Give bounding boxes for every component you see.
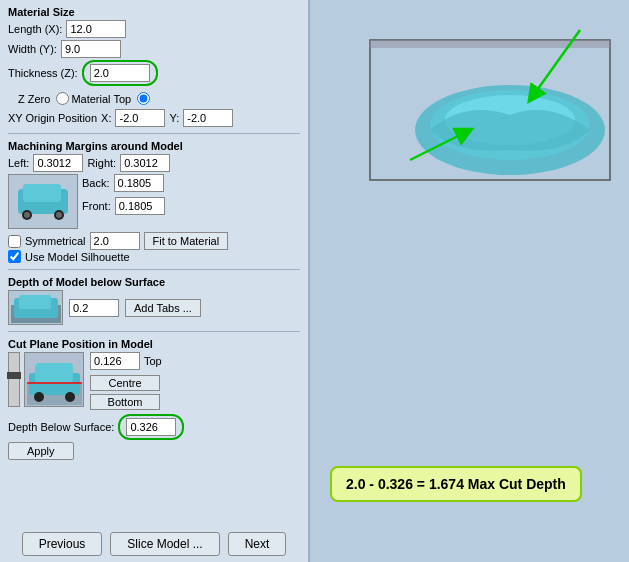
back-margin-label: Back: [82,177,110,189]
svg-rect-8 [19,295,51,309]
machining-margins-section: Machining Margins around Model Left: Rig… [8,140,300,263]
symmetrical-row: Symmetrical Fit to Material [8,232,300,250]
car-top-preview [8,174,78,229]
silhouette-row: Use Model Silhouette [8,250,300,263]
divider1 [8,133,300,134]
depth-below-highlight [118,414,184,440]
cut-position-inner [8,352,84,407]
cut-plane-row: Top Centre Bottom [8,352,300,410]
left-margin-label: Left: [8,157,29,169]
cut-position-label: Top [144,355,162,367]
svg-point-4 [24,212,30,218]
zzero-row: Z Zero Material Top [18,92,300,105]
width-label: Width (Y): [8,43,57,55]
xy-origin-row: XY Origin Position X: Y: [8,109,300,127]
add-tabs-button[interactable]: Add Tabs ... [125,299,201,317]
svg-rect-1 [23,184,61,202]
cut-controls: Top Centre Bottom [90,352,162,410]
length-label: Length (X): [8,23,62,35]
centre-button[interactable]: Centre [90,375,160,391]
x-label: X: [101,112,111,124]
margins-detail-section: Back: Front: [8,174,300,229]
previous-button[interactable]: Previous [22,532,103,556]
cut-value-input[interactable] [90,352,140,370]
symmetrical-input[interactable] [90,232,140,250]
slice-model-button[interactable]: Slice Model ... [110,532,219,556]
depth-below-surface-label: Depth Below Surface: [8,421,114,433]
apply-row: Apply [8,442,300,460]
depth-below-input[interactable] [126,418,176,436]
svg-rect-11 [35,363,73,383]
depth-model-input[interactable] [69,299,119,317]
depth-car-preview [8,290,63,325]
zzero-radio-material[interactable]: Material Top [56,92,131,105]
next-button[interactable]: Next [228,532,287,556]
length-input[interactable] [66,20,126,38]
front-margin-label: Front: [82,200,111,212]
svg-point-12 [34,392,44,402]
zzero-label: Z Zero [18,93,50,105]
margins-right-controls: Back: Front: [82,174,165,217]
zzero-radio-material-input[interactable] [56,92,69,105]
left-right-margins-row: Left: Right: [8,154,300,172]
thickness-row: Thickness (Z): [8,60,300,86]
fit-to-material-button[interactable]: Fit to Material [144,232,229,250]
use-model-silhouette-checkbox[interactable] [8,250,21,263]
svg-point-13 [65,392,75,402]
symmetrical-label: Symmetrical [25,235,86,247]
cut-value-row: Top [90,352,162,370]
depth-section-row: Add Tabs ... [8,290,300,325]
front-margin-row: Front: [82,197,165,215]
bottom-button[interactable]: Bottom [90,394,160,410]
thickness-label: Thickness (Z): [8,67,78,79]
zzero-radio-bed[interactable] [137,92,150,105]
depth-model-section: Depth of Model below Surface Add Tabs ..… [8,276,300,325]
x-input[interactable] [115,109,165,127]
cut-plane-slider-thumb [7,372,21,379]
result-text: 2.0 - 0.326 = 1.674 Max Cut Depth [346,476,566,492]
xy-origin-title: XY Origin Position [8,112,97,124]
result-box: 2.0 - 0.326 = 1.674 Max Cut Depth [330,466,582,502]
right-margin-input[interactable] [120,154,170,172]
depth-model-title: Depth of Model below Surface [8,276,300,288]
back-margin-input[interactable] [114,174,164,192]
cut-plane-title: Cut Plane Position in Model [8,338,300,350]
depth-below-surface-row: Depth Below Surface: [8,414,300,440]
apply-button[interactable]: Apply [8,442,74,460]
back-margin-row: Back: [82,174,165,192]
cut-car-side-svg [27,355,82,405]
right-panel: 2.0 - 0.326 = 1.674 Max Cut Depth [310,0,629,562]
car-top-svg [13,179,73,224]
left-margin-input[interactable] [33,154,83,172]
front-margin-input[interactable] [115,197,165,215]
symmetrical-checkbox[interactable] [8,235,21,248]
material-size-section: Material Size Length (X): Width (Y): Thi… [8,6,300,88]
svg-rect-17 [370,40,610,48]
length-row: Length (X): [8,20,300,38]
use-model-silhouette-label: Use Model Silhouette [25,251,130,263]
thickness-input[interactable] [90,64,150,82]
cut-plane-section: Cut Plane Position in Model [8,338,300,462]
y-label: Y: [169,112,179,124]
y-input[interactable] [183,109,233,127]
left-panel: Material Size Length (X): Width (Y): Thi… [0,0,310,562]
cut-car-preview [24,352,84,407]
margins-title: Machining Margins around Model [8,140,300,152]
bottom-buttons: Previous Slice Model ... Next [8,526,300,556]
width-input[interactable] [61,40,121,58]
zzero-radio-bed-input[interactable] [137,92,150,105]
thickness-highlight [82,60,158,86]
width-row: Width (Y): [8,40,300,58]
right-margin-label: Right: [87,157,116,169]
svg-point-5 [56,212,62,218]
divider3 [8,331,300,332]
divider2 [8,269,300,270]
material-size-title: Material Size [8,6,300,18]
depth-car-svg [11,293,61,323]
cut-plane-vertical-slider[interactable] [8,352,20,407]
